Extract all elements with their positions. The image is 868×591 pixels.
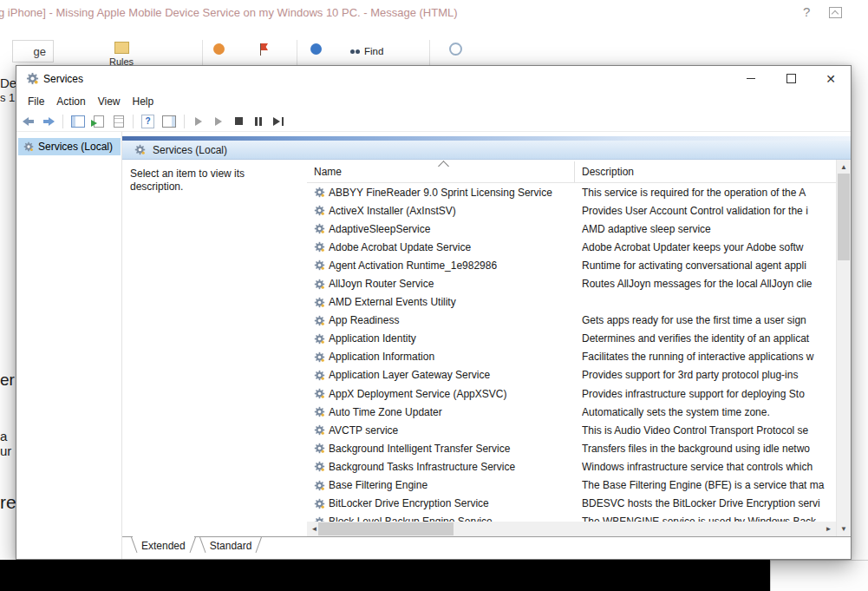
window-controls: ✕ <box>731 66 851 91</box>
find-button[interactable]: Find <box>350 46 383 56</box>
service-row[interactable]: Base Filtering EngineThe Base Filtering … <box>307 476 836 495</box>
close-button[interactable]: ✕ <box>811 66 851 91</box>
maximize-icon <box>786 74 796 83</box>
message-text-fragment: re <box>0 492 16 513</box>
menu-bar: File Action View Help <box>16 91 851 111</box>
action-pane-icon <box>162 115 176 128</box>
service-row[interactable]: AVCTP serviceThis is Audio Video Control… <box>307 421 836 439</box>
menu-view[interactable]: View <box>96 93 122 110</box>
service-row[interactable]: AMD External Events Utility <box>307 293 836 312</box>
play-icon <box>195 117 202 126</box>
menu-file[interactable]: File <box>26 93 46 110</box>
service-gear-icon <box>314 259 325 271</box>
service-description: This is Audio Video Control Transport Pr… <box>582 424 836 437</box>
scroll-down-arrow-icon[interactable]: ▼ <box>837 522 851 536</box>
column-header-description[interactable]: Description <box>582 166 634 178</box>
menu-action[interactable]: Action <box>55 93 87 110</box>
service-row[interactable]: Adobe Acrobat Update ServiceAdobe Acroba… <box>307 238 836 256</box>
service-row[interactable]: Agent Activation Runtime_1e982986Runtime… <box>307 256 836 274</box>
content-header: Services (Local) <box>122 141 851 160</box>
vertical-scroll-thumb[interactable] <box>838 174 850 260</box>
zoom-icon[interactable] <box>449 43 462 56</box>
message-text-fragment: De <box>0 76 16 90</box>
ribbon-separator <box>202 40 203 67</box>
service-name: ABBYY FineReader 9.0 Sprint Licensing Se… <box>329 187 574 199</box>
column-header-name[interactable]: Name <box>314 166 342 178</box>
service-row[interactable]: Application IdentityDetermines and verif… <box>307 330 836 348</box>
stop-icon <box>235 117 243 125</box>
message-body-dark-area <box>0 560 770 591</box>
rules-button[interactable]: Rules <box>102 42 140 67</box>
service-name: BitLocker Drive Encryption Service <box>329 497 574 509</box>
service-row[interactable]: ActiveX Installer (AxInstSV)Provides Use… <box>307 201 836 220</box>
service-name: AppX Deployment Service (AppXSVC) <box>329 388 574 400</box>
column-divider[interactable] <box>574 161 575 182</box>
document-list-icon <box>114 115 124 128</box>
service-row[interactable]: Application Layer Gateway ServiceProvide… <box>307 366 836 384</box>
help-icon[interactable]: ? <box>803 4 810 19</box>
restart-service-button[interactable] <box>272 114 284 129</box>
service-gear-icon <box>314 205 325 216</box>
back-arrow-icon <box>23 117 35 126</box>
minimize-button[interactable] <box>731 66 771 91</box>
service-name: Application Layer Gateway Service <box>329 369 574 381</box>
rules-icon <box>114 42 129 54</box>
tree-item-services-local[interactable]: Services (Local) <box>18 138 121 155</box>
minimize-icon <box>747 78 755 79</box>
service-row[interactable]: AdaptiveSleepServiceAMD adaptive sleep s… <box>307 220 836 238</box>
services-content: Select an item to view its description. … <box>122 160 851 536</box>
horizontal-scrollbar[interactable]: ◄ ► <box>307 522 836 536</box>
action-pane-button[interactable] <box>162 114 176 129</box>
back-button[interactable] <box>23 114 35 129</box>
resume-service-button[interactable] <box>212 114 225 129</box>
maximize-button[interactable] <box>771 66 811 91</box>
service-row[interactable]: Auto Time Zone UpdaterAutomatically sets… <box>307 403 836 421</box>
message-text-fragment: a <box>0 429 7 443</box>
service-name: Auto Time Zone Updater <box>329 406 574 418</box>
list-header: Name Description <box>307 160 836 183</box>
help-button[interactable]: ? <box>141 114 154 129</box>
ribbon-display-options-icon[interactable] <box>829 7 842 18</box>
categorize-icon[interactable] <box>213 43 225 55</box>
export-list-button[interactable] <box>93 114 105 129</box>
scroll-up-arrow-icon[interactable]: ▲ <box>837 160 851 174</box>
service-description: This service is required for the operati… <box>582 187 836 199</box>
pause-service-button[interactable] <box>252 114 264 129</box>
ribbon-tab-message-fragment[interactable]: ge <box>12 40 54 62</box>
service-name: AllJoyn Router Service <box>329 278 574 290</box>
tab-standard[interactable]: Standard <box>198 537 264 557</box>
service-row[interactable]: AppX Deployment Service (AppXSVC)Provide… <box>307 384 836 403</box>
description-hint: Select an item to view its description. <box>130 167 269 194</box>
menu-help[interactable]: Help <box>131 93 156 110</box>
service-row[interactable]: BitLocker Drive Encryption ServiceBDESVC… <box>307 495 836 513</box>
horizontal-scroll-thumb[interactable] <box>318 522 454 535</box>
service-gear-icon <box>314 370 325 381</box>
service-row[interactable]: Block Level Backup Engine ServiceThe WBE… <box>307 513 836 522</box>
forward-button[interactable] <box>42 114 55 129</box>
service-description: Provides infrastructure support for depl… <box>582 388 836 400</box>
console-tree-button[interactable] <box>71 114 85 129</box>
service-row[interactable]: App ReadinessGets apps ready for use the… <box>307 312 836 330</box>
follow-up-flag-icon[interactable] <box>260 43 269 56</box>
scroll-right-arrow-icon[interactable]: ► <box>821 522 836 536</box>
service-row[interactable]: Background Intelligent Transfer ServiceT… <box>307 439 836 457</box>
ribbon-separator <box>429 40 430 67</box>
outlook-titlebar: g iPhone] - Missing Apple Mobile Device … <box>0 0 868 26</box>
properties-button[interactable] <box>113 114 125 129</box>
service-row[interactable]: Application InformationFacilitates the r… <box>307 348 836 366</box>
translate-icon[interactable] <box>310 43 322 55</box>
sort-ascending-icon <box>438 161 449 172</box>
start-service-button[interactable] <box>193 114 205 129</box>
services-window-title: Services <box>43 73 83 85</box>
service-description: Automatically sets the system time zone. <box>582 406 836 418</box>
service-gear-icon <box>314 333 325 345</box>
service-row[interactable]: Background Tasks Infrastructure ServiceW… <box>307 457 836 476</box>
service-description: AMD adaptive sleep service <box>582 223 836 235</box>
vertical-scrollbar[interactable]: ▲ ▼ <box>836 160 851 536</box>
service-gear-icon <box>314 297 325 308</box>
tab-extended[interactable]: Extended <box>129 537 198 557</box>
services-titlebar[interactable]: Services ✕ <box>16 66 851 91</box>
service-row[interactable]: AllJoyn Router ServiceRoutes AllJoyn mes… <box>307 274 836 292</box>
stop-service-button[interactable] <box>232 114 245 129</box>
service-row[interactable]: ABBYY FineReader 9.0 Sprint Licensing Se… <box>307 183 836 201</box>
